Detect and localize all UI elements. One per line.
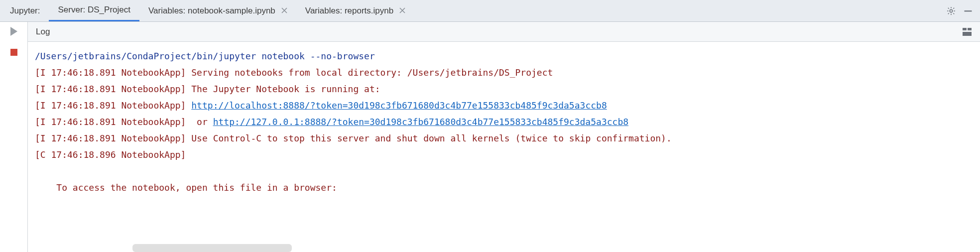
console-line: [I 17:46:18.891 NotebookApp] [35,100,191,111]
svg-point-0 [950,9,952,12]
console-line: [I 17:46:18.891 NotebookApp] or [35,117,213,127]
server-url-link-alt[interactable]: http://127.0.0.1:8888/?token=30d198c3fb6… [213,117,628,127]
body: Log /Users/jetbrains/CondaProject/bin/ju… [0,22,980,252]
console-line: [I 17:46:18.891 NotebookApp] Serving not… [35,67,553,78]
svg-rect-2 [963,28,967,30]
tab-label: Variables: notebook-sample.ipynb [148,6,275,16]
svg-rect-1 [965,10,972,11]
console-line: [C 17:46:18.896 NotebookApp] [35,149,186,160]
console-line: To access the notebook, open this file i… [35,182,337,193]
console-line: [I 17:46:18.891 NotebookApp] The Jupyter… [35,84,380,94]
tab-label: Server: DS_Project [58,5,130,15]
close-icon[interactable] [399,6,405,15]
svg-rect-4 [963,32,972,36]
console-line: /Users/jetbrains/CondaProject/bin/jupyte… [35,51,375,61]
server-url-link[interactable]: http://localhost:8888/?token=30d198c3fb6… [191,100,607,111]
log-pane: Log /Users/jetbrains/CondaProject/bin/ju… [28,22,980,252]
header-actions [946,0,980,21]
console-line: [I 17:46:18.891 NotebookApp] Use Control… [35,133,672,143]
stop-icon[interactable] [10,49,17,56]
horizontal-scrollbar[interactable] [132,244,292,252]
run-icon[interactable] [10,27,17,36]
tab-server[interactable]: Server: DS_Project [49,0,139,21]
gear-icon[interactable] [946,6,956,16]
console-output[interactable]: /Users/jetbrains/CondaProject/bin/jupyte… [28,42,980,252]
tool-window-header: Jupyter: Server: DS_Project Variables: n… [0,0,980,22]
tool-window-title: Jupyter: [0,0,49,21]
layout-settings-icon[interactable] [962,27,972,37]
tab-label: Variables: reports.ipynb [305,6,393,16]
gutter-toolbar [0,22,28,252]
log-header: Log [28,22,980,42]
close-icon[interactable] [281,6,287,15]
log-title: Log [36,27,50,37]
minimize-icon[interactable] [963,6,973,16]
svg-rect-3 [968,28,972,30]
tab-variables-reports[interactable]: Variables: reports.ipynb [296,0,414,21]
tab-variables-notebook-sample[interactable]: Variables: notebook-sample.ipynb [139,0,296,21]
